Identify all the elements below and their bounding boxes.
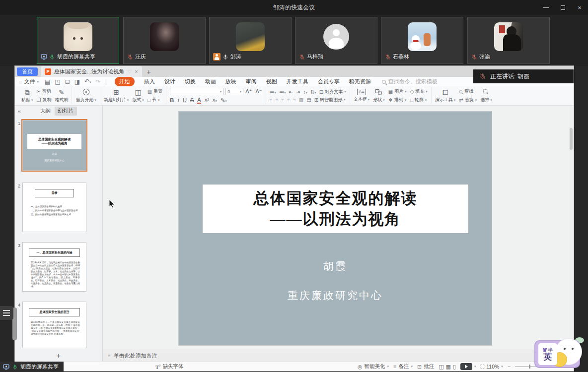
tab-review[interactable]: 审阅	[246, 78, 257, 85]
numbered-list-icon[interactable]: ≕▾	[279, 89, 286, 95]
align-right-icon[interactable]: ≡	[281, 97, 284, 103]
superscript-button[interactable]: X²	[205, 98, 209, 103]
close-tab-icon[interactable]: ×	[135, 68, 138, 74]
smart-beautify-button[interactable]: ◎智能美化▾	[358, 363, 389, 370]
copy-button[interactable]: ❐复制	[36, 97, 51, 103]
new-tab-button[interactable]: +	[147, 68, 151, 75]
zoom-slider-thumb[interactable]	[529, 365, 530, 369]
reading-view-icon[interactable]: ▯	[453, 364, 456, 370]
tab-transition[interactable]: 切换	[185, 78, 196, 85]
cut-button[interactable]: ✂剪切	[36, 88, 51, 95]
tab-home[interactable]: 开始	[115, 77, 135, 86]
tab-devtools[interactable]: 开发工具	[287, 78, 308, 85]
scrollbar-thumb[interactable]	[570, 128, 573, 150]
arrange-button[interactable]: ❖排列▾	[388, 97, 407, 103]
smart-graphic-button[interactable]: ⊞转智能图形▾	[314, 97, 346, 103]
video-tile-mazixiang[interactable]: 马梓翔	[295, 17, 377, 64]
document-tab[interactable]: P 总体国家安全...法为讨论视角 ♡ ×	[41, 66, 142, 77]
justify-icon[interactable]: ≡	[287, 97, 290, 103]
sort-icon[interactable]: ⇅▾	[310, 89, 316, 95]
align-text-button[interactable]: ⊟对齐文本▾	[319, 89, 346, 95]
slide-thumbnail-4[interactable]: 4 总体国家安全观的变迁 2014年提出的十一个重点领域安全是总体国家安全观的第…	[22, 302, 86, 348]
zoom-out-button[interactable]: −	[508, 364, 511, 370]
section-button[interactable]: □节▾	[147, 97, 162, 103]
decrease-indent-icon[interactable]: ⇤	[289, 89, 293, 95]
bold-button[interactable]: B	[170, 97, 174, 103]
new-slide-button[interactable]: ⊞新建幻灯片 ▾	[104, 89, 129, 103]
presentation-tools-button[interactable]: ⧠演示工具 ▾	[435, 89, 455, 103]
slides-tab[interactable]: 幻灯片	[55, 107, 77, 116]
columns-icon[interactable]: ▥	[299, 97, 303, 103]
distribute-icon[interactable]: ≡	[293, 97, 296, 103]
file-menu[interactable]: ≡文件▾	[19, 78, 39, 85]
reset-button[interactable]: ▥重置	[147, 88, 162, 95]
zoom-control[interactable]: ⛶ 110%▾	[481, 364, 503, 370]
export-icon[interactable]: ◳	[55, 79, 60, 85]
slide-thumbnail-3[interactable]: 3 一、总体国家安全观的内涵 2014年4月15日，习近平总书记在中央国家安全委…	[22, 242, 86, 292]
close-button[interactable]: ×	[571, 0, 588, 15]
strikethrough-button[interactable]: S	[190, 97, 194, 103]
comment-button[interactable]: ⊡批注	[417, 363, 434, 370]
underline-button[interactable]: U	[183, 97, 187, 103]
tab-design[interactable]: 设计	[164, 78, 175, 85]
replace-button[interactable]: ⇄替换▾	[459, 97, 477, 103]
video-tile-zoutao[interactable]: 邹涛	[209, 17, 292, 64]
redo-icon[interactable]: ↷	[96, 79, 101, 85]
layout-button[interactable]: ◫版式 ▾	[132, 89, 144, 103]
text-direction-icon[interactable]: ▤	[306, 97, 311, 103]
share-status-pill[interactable]: 胡霞的屏幕共享	[0, 362, 64, 372]
font-color-button[interactable]: A	[197, 97, 201, 104]
decrease-font-icon[interactable]: A⁻	[255, 88, 262, 95]
slide-sorter-icon[interactable]: ▦	[446, 364, 451, 370]
home-tab[interactable]: 首页	[17, 67, 38, 76]
add-slide-button[interactable]: +	[15, 351, 102, 360]
align-left-icon[interactable]: ≡	[270, 97, 273, 103]
subscript-button[interactable]: X₂	[213, 98, 218, 103]
picture-button[interactable]: ▦图片▾	[388, 88, 407, 95]
member-panel-toggle[interactable]	[0, 306, 13, 320]
slide-thumbnail-2[interactable]: 2 目录 一、总体国家安全观的时代意蕴 二、刑法中危害国家安全犯罪与总体国家安全…	[22, 183, 86, 232]
video-tile-wangqing[interactable]: 汪庆	[123, 17, 206, 64]
play-from-current-button[interactable]: 当页开始 ▾	[75, 88, 96, 103]
align-center-icon[interactable]: ≡	[275, 97, 278, 103]
command-search[interactable]: 查找命令、搜索模板	[382, 78, 438, 85]
note-button[interactable]: ≡备注▾	[393, 363, 413, 370]
find-button[interactable]: 查找	[459, 88, 477, 95]
select-button[interactable]: 选择 ▾	[480, 89, 492, 103]
format-painter-button[interactable]: ✎格式刷	[55, 89, 68, 103]
undo-icon[interactable]: ↶▾	[84, 78, 91, 85]
tab-insert[interactable]: 插入	[144, 78, 155, 85]
ime-mode-label[interactable]: 半 英	[538, 343, 557, 365]
tab-member[interactable]: 会员专享	[318, 78, 340, 85]
font-name-select[interactable]: ▾	[170, 88, 223, 95]
increase-font-icon[interactable]: A⁺	[245, 88, 252, 95]
textbox-button[interactable]: A≡文本框 ▾	[354, 89, 369, 103]
video-tile-shiyanlin[interactable]: 石燕林	[381, 17, 463, 64]
play-options-caret[interactable]: ▾	[474, 365, 476, 369]
vertical-scrollbar[interactable]	[569, 106, 573, 350]
line-spacing-icon[interactable]: ↕▾	[303, 89, 307, 95]
shape-outline-button[interactable]: □轮廓▾	[410, 97, 428, 103]
bullet-list-icon[interactable]: ≔▾	[270, 89, 277, 95]
current-slide[interactable]: 总体国家安全观的解读 ——以刑法为视角 胡霞 重庆廉政研究中心	[179, 112, 492, 345]
fit-slide-icon[interactable]: ⛶	[481, 364, 485, 370]
normal-view-icon[interactable]: ◫	[439, 364, 443, 370]
font-size-select[interactable]: 0▾	[225, 88, 243, 95]
tab-docer[interactable]: 稻壳资源	[349, 78, 371, 85]
slide-thumbnail-1[interactable]: 1 总体国家安全观的解读 ——以刑法为视角 胡霞 重庆廉政研究中心	[22, 120, 86, 171]
text-effects-button[interactable]: ✎▾	[220, 97, 227, 104]
video-tile-huxia-share[interactable]: 胡霞的屏幕共享	[37, 17, 119, 64]
tab-slideshow[interactable]: 放映	[225, 78, 236, 85]
collapse-panel-button[interactable]: «	[18, 108, 21, 114]
outline-tab[interactable]: 大纲	[40, 108, 51, 115]
video-tile-zhangyu[interactable]: 张渝	[467, 17, 550, 64]
missing-font-indicator[interactable]: T? 缺失字体	[155, 363, 184, 370]
tab-animation[interactable]: 动画	[205, 78, 216, 85]
print-icon[interactable]: ⊟	[65, 79, 70, 85]
notes-bar[interactable]: ≡ 单击此处添加备注	[103, 350, 574, 362]
paste-button[interactable]: ⧉粘贴 ▾	[21, 89, 33, 103]
slide-title-block[interactable]: 总体国家安全观的解读 ——以刑法为视角	[203, 185, 468, 233]
shapes-button[interactable]: 形状 ▾	[373, 88, 384, 103]
minimize-button[interactable]	[537, 0, 554, 15]
slideshow-play-button[interactable]	[460, 363, 472, 370]
